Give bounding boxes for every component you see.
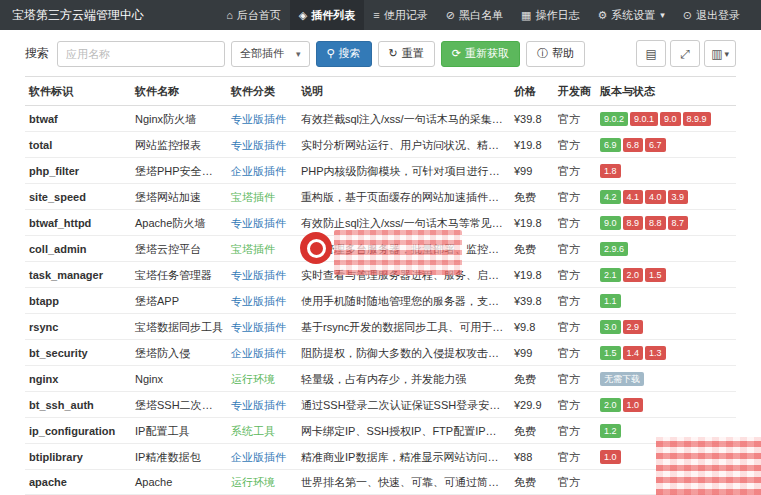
nav-item-home[interactable]: ⌂后台首页 <box>217 0 290 30</box>
version-badge[interactable]: 1.0 <box>600 450 621 464</box>
category-link[interactable]: 系统工具 <box>231 425 275 437</box>
category-link[interactable]: 专业版插件 <box>231 217 286 229</box>
plugin-category-cell: 专业版插件 <box>227 392 297 418</box>
version-badge[interactable]: 9.0 <box>660 112 681 126</box>
version-badge[interactable]: 2.9 <box>623 320 644 334</box>
plugin-category-cell: 运行环境 <box>227 366 297 392</box>
plugin-desc-text: 阻防提权，防御大多数的入侵提权攻击造成的挂马和提权扩... <box>301 347 510 359</box>
category-link[interactable]: 专业版插件 <box>231 113 286 125</box>
nav-item-logout[interactable]: ⊙退出登录 <box>674 0 749 30</box>
version-badge[interactable]: 无需下载 <box>600 372 644 386</box>
version-badge[interactable]: 9.0 <box>600 216 621 230</box>
plugin-desc-text: 通过SSH登录二次认证保证SSH登录安全 <box>301 399 503 411</box>
version-badge[interactable]: 4.1 <box>623 190 644 204</box>
plugin-id: ip_configuration <box>25 418 131 444</box>
version-badge[interactable]: 6.7 <box>645 138 666 152</box>
plugin-desc-text: 有效拦截sql注入/xss/一句话木马的采集等常见渗透攻击,... <box>301 113 510 125</box>
card-view-button[interactable]: ▤ <box>636 40 666 67</box>
desc-link[interactable]: >使用教程 <box>503 399 510 411</box>
search-button[interactable]: ⚲搜索 <box>316 41 372 67</box>
chevron-down-icon: ▾ <box>724 49 729 59</box>
plugin-category-cell: 运行环境 <box>227 470 297 495</box>
refetch-button[interactable]: ⟳重新获取 <box>441 41 520 67</box>
category-link[interactable]: 企业版插件 <box>231 347 286 359</box>
version-badge[interactable]: 1.1 <box>600 294 621 308</box>
version-badge[interactable]: 2.0 <box>623 268 644 282</box>
category-link[interactable]: 企业版插件 <box>231 451 286 463</box>
version-badge[interactable]: 4.0 <box>645 190 666 204</box>
version-badge[interactable]: 8.9 <box>623 216 644 230</box>
version-badge[interactable]: 4.2 <box>600 190 621 204</box>
version-badge[interactable]: 1.5 <box>645 268 666 282</box>
plugin-name: 宝塔任务管理器 <box>131 262 227 288</box>
category-link[interactable]: 运行环境 <box>231 373 275 385</box>
plugin-table: 软件标识软件名称软件分类说明价格开发商版本与状态 btwafNginx防火墙专业… <box>25 76 736 495</box>
category-link[interactable]: 宝塔插件 <box>231 243 275 255</box>
plugin-versions: 9.08.98.88.7 <box>596 210 736 236</box>
category-link[interactable]: 企业版插件 <box>231 165 286 177</box>
plugin-versions: 2.01.0 <box>596 392 736 418</box>
reset-button[interactable]: ↻重置 <box>378 41 435 67</box>
version-badge[interactable]: 2.0 <box>600 398 621 412</box>
table-row: rsync宝塔数据同步工具专业版插件基于rsync开发的数据同步工具、可用于异地… <box>25 314 736 340</box>
plugin-price: ¥99 <box>510 158 554 184</box>
version-badge[interactable]: 1.8 <box>600 164 621 178</box>
version-badge[interactable]: 1.0 <box>623 398 644 412</box>
fullscreen-button[interactable]: ⤢ <box>670 40 700 67</box>
version-badge[interactable]: 6.9 <box>600 138 621 152</box>
nav-item-logs[interactable]: ▦操作日志 <box>512 0 588 30</box>
logs-icon: ▦ <box>521 9 531 22</box>
version-badge[interactable]: 2.9.6 <box>600 242 628 256</box>
version-badge[interactable]: 1.3 <box>645 346 666 360</box>
version-badge[interactable]: 3.0 <box>600 320 621 334</box>
version-badge[interactable]: 6.8 <box>623 138 644 152</box>
category-link[interactable]: 专业版插件 <box>231 321 286 333</box>
category-link[interactable]: 运行环境 <box>231 476 275 488</box>
version-badge[interactable]: 1.2 <box>600 424 621 438</box>
plugin-desc: 基于rsync开发的数据同步工具、可用于异地备份、多台主... <box>297 314 510 340</box>
plugin-desc-text: 精准商业IP数据库，精准显示网站访问用户IP归属地位置。暂... <box>301 451 510 463</box>
plugin-price: ¥19.8 <box>510 210 554 236</box>
nav-item-label: 使用记录 <box>384 8 428 23</box>
plugin-vendor: 官方 <box>554 210 596 236</box>
plugin-price: ¥88 <box>510 444 554 470</box>
plugin-name: Apache <box>131 470 227 495</box>
version-badge[interactable]: 3.9 <box>668 190 689 204</box>
search-input[interactable] <box>57 41 225 67</box>
nav-item-blacklist[interactable]: ⊘黑白名单 <box>437 0 512 30</box>
nav-item-plugins[interactable]: ◈插件列表 <box>290 0 364 30</box>
nav-item-settings[interactable]: ⚙系统设置▾ <box>588 0 673 30</box>
version-badge[interactable]: 8.9.9 <box>683 112 711 126</box>
version-badge[interactable]: 9.0.2 <box>600 112 628 126</box>
version-badge[interactable]: 1.5 <box>600 346 621 360</box>
toolbar-buttons: ⚲搜索↻重置⟳重新获取ⓘ帮助 <box>316 41 586 67</box>
category-link[interactable]: 宝塔插件 <box>231 191 275 203</box>
plugin-vendor: 官方 <box>554 106 596 132</box>
plugin-price: ¥9.8 <box>510 314 554 340</box>
plugin-id: php_filter <box>25 158 131 184</box>
category-link[interactable]: 专业版插件 <box>231 139 286 151</box>
help-button[interactable]: ⓘ帮助 <box>526 41 585 67</box>
version-badge[interactable]: 1.4 <box>623 346 644 360</box>
nav-item-records[interactable]: ≡使用记录 <box>364 0 436 30</box>
plugin-category-cell: 专业版插件 <box>227 288 297 314</box>
version-badge[interactable]: 2.1 <box>600 268 621 282</box>
columns-button[interactable]: ▥▾ <box>704 40 736 67</box>
plugins-icon: ◈ <box>299 9 307 22</box>
plugin-vendor: 官方 <box>554 314 596 340</box>
category-link[interactable]: 专业版插件 <box>231 399 286 411</box>
plugin-versions: 6.96.86.7 <box>596 132 736 158</box>
version-badge[interactable]: 8.8 <box>645 216 666 230</box>
plugin-category-cell: 专业版插件 <box>227 132 297 158</box>
version-badge[interactable]: 9.0.1 <box>630 112 658 126</box>
plugin-id: btapp <box>25 288 131 314</box>
nav-item-label: 黑白名单 <box>459 8 503 23</box>
category-link[interactable]: 专业版插件 <box>231 295 286 307</box>
plugin-name: 堡塔云控平台 <box>131 236 227 262</box>
plugin-vendor: 官方 <box>554 418 596 444</box>
category-select[interactable]: 全部插件 ▾ <box>231 41 310 67</box>
category-link[interactable]: 专业版插件 <box>231 269 286 281</box>
nav-item-label: 退出登录 <box>696 8 740 23</box>
plugin-id: btwaf <box>25 106 131 132</box>
version-badge[interactable]: 8.7 <box>668 216 689 230</box>
